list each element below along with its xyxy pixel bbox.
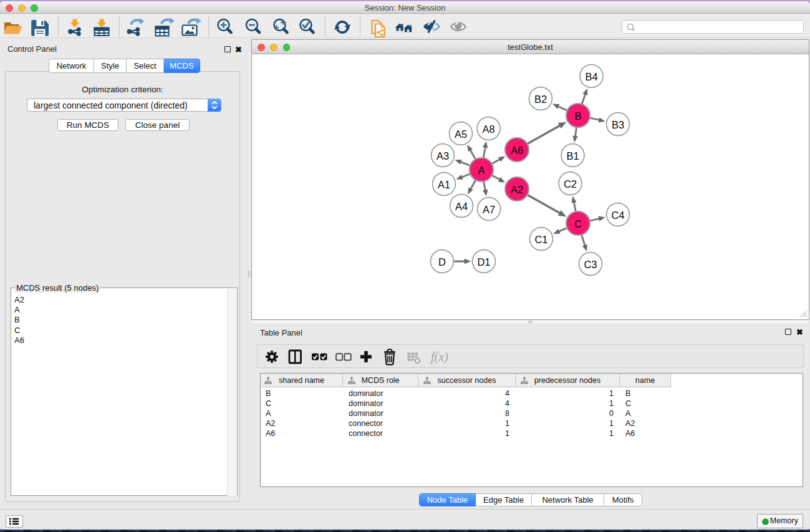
svg-text:A6: A6 (511, 145, 523, 156)
svg-text:C2: C2 (564, 178, 577, 190)
svg-text:f(x): f(x) (431, 350, 448, 364)
svg-text:B4: B4 (585, 71, 597, 82)
svg-text:D1: D1 (477, 256, 490, 268)
svg-text:A7: A7 (483, 204, 495, 215)
svg-text:B1: B1 (566, 150, 579, 162)
svg-text:A: A (478, 165, 485, 176)
svg-text:A4: A4 (455, 201, 468, 212)
svg-text:B3: B3 (612, 119, 624, 130)
svg-text:A1: A1 (438, 179, 450, 190)
svg-text:A8: A8 (482, 123, 494, 135)
svg-text:A2: A2 (511, 184, 523, 195)
svg-text:B2: B2 (534, 94, 547, 105)
svg-text:C3: C3 (584, 259, 597, 270)
svg-text:D: D (438, 256, 446, 268)
svg-text:A3: A3 (436, 150, 449, 162)
svg-text:A5: A5 (455, 128, 467, 140)
svg-text:C1: C1 (534, 234, 547, 245)
svg-text:B: B (574, 110, 581, 122)
svg-text:C4: C4 (611, 210, 624, 221)
svg-text:C: C (574, 218, 582, 230)
